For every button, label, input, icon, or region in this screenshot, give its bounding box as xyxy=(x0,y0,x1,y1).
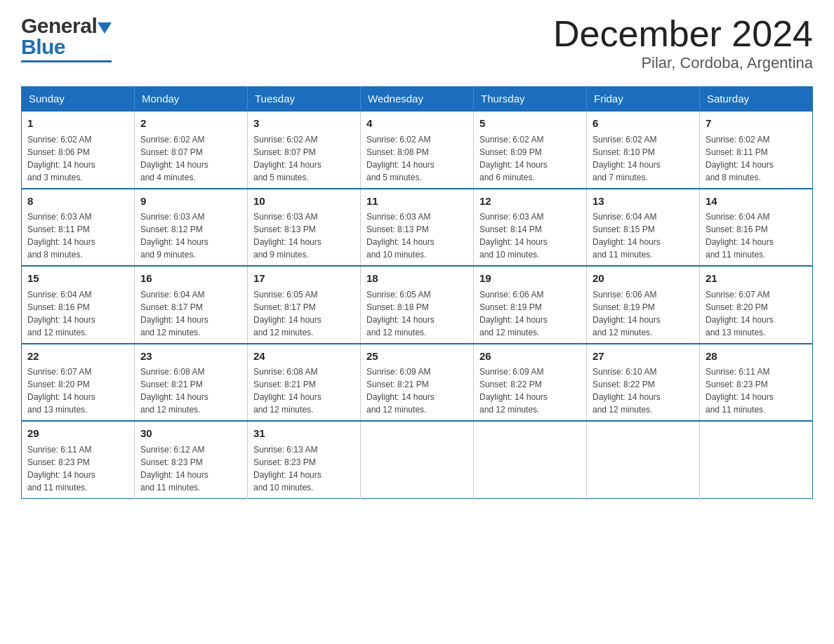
day-number: 19 xyxy=(479,271,581,287)
day-number: 24 xyxy=(253,349,355,365)
day-number: 23 xyxy=(140,349,241,365)
column-header-thursday: Thursday xyxy=(474,87,587,112)
calendar-cell: 23Sunrise: 6:08 AMSunset: 8:21 PMDayligh… xyxy=(135,344,248,422)
day-number: 29 xyxy=(27,426,128,442)
calendar-cell: 18Sunrise: 6:05 AMSunset: 8:18 PMDayligh… xyxy=(361,266,474,344)
calendar-cell: 15Sunrise: 6:04 AMSunset: 8:16 PMDayligh… xyxy=(22,266,135,344)
calendar-cell: 27Sunrise: 6:10 AMSunset: 8:22 PMDayligh… xyxy=(587,344,700,422)
calendar-week-row: 15Sunrise: 6:04 AMSunset: 8:16 PMDayligh… xyxy=(22,266,813,344)
day-number: 18 xyxy=(366,271,468,287)
calendar-cell: 4Sunrise: 6:02 AMSunset: 8:08 PMDaylight… xyxy=(361,111,474,189)
day-info: Sunrise: 6:03 AMSunset: 8:13 PMDaylight:… xyxy=(366,210,468,261)
day-number: 5 xyxy=(479,116,581,132)
day-number: 7 xyxy=(706,116,807,132)
calendar-table: SundayMondayTuesdayWednesdayThursdayFrid… xyxy=(21,86,813,499)
day-info: Sunrise: 6:05 AMSunset: 8:17 PMDaylight:… xyxy=(253,288,355,339)
day-number: 22 xyxy=(27,349,128,365)
day-number: 31 xyxy=(253,426,355,442)
calendar-title-block: December 2024 Pilar, Cordoba, Argentina xyxy=(553,14,813,72)
calendar-cell: 17Sunrise: 6:05 AMSunset: 8:17 PMDayligh… xyxy=(248,266,361,344)
calendar-cell: 12Sunrise: 6:03 AMSunset: 8:14 PMDayligh… xyxy=(474,189,587,267)
day-info: Sunrise: 6:04 AMSunset: 8:16 PMDaylight:… xyxy=(706,210,807,261)
day-number: 6 xyxy=(593,116,694,132)
calendar-cell: 6Sunrise: 6:02 AMSunset: 8:10 PMDaylight… xyxy=(587,111,700,189)
day-number: 11 xyxy=(366,194,468,210)
day-info: Sunrise: 6:06 AMSunset: 8:19 PMDaylight:… xyxy=(593,288,694,339)
calendar-week-row: 8Sunrise: 6:03 AMSunset: 8:11 PMDaylight… xyxy=(22,189,813,267)
day-info: Sunrise: 6:02 AMSunset: 8:08 PMDaylight:… xyxy=(366,133,468,184)
day-number: 12 xyxy=(479,194,581,210)
calendar-cell: 20Sunrise: 6:06 AMSunset: 8:19 PMDayligh… xyxy=(587,266,700,344)
day-info: Sunrise: 6:02 AMSunset: 8:07 PMDaylight:… xyxy=(140,133,241,184)
day-number: 8 xyxy=(27,194,128,210)
logo-blue-text: Blue xyxy=(21,35,65,59)
day-info: Sunrise: 6:04 AMSunset: 8:17 PMDaylight:… xyxy=(140,288,241,339)
day-info: Sunrise: 6:09 AMSunset: 8:21 PMDaylight:… xyxy=(366,365,468,416)
calendar-cell: 11Sunrise: 6:03 AMSunset: 8:13 PMDayligh… xyxy=(361,189,474,267)
calendar-cell: 10Sunrise: 6:03 AMSunset: 8:13 PMDayligh… xyxy=(248,189,361,267)
day-info: Sunrise: 6:04 AMSunset: 8:15 PMDaylight:… xyxy=(593,210,694,261)
calendar-cell: 31Sunrise: 6:13 AMSunset: 8:23 PMDayligh… xyxy=(248,421,361,498)
logo: General Blue xyxy=(21,14,112,62)
day-number: 30 xyxy=(140,426,241,442)
day-number: 25 xyxy=(366,349,468,365)
day-number: 16 xyxy=(140,271,241,287)
day-info: Sunrise: 6:03 AMSunset: 8:13 PMDaylight:… xyxy=(253,210,355,261)
day-number: 2 xyxy=(140,116,241,132)
calendar-cell xyxy=(361,421,474,498)
calendar-cell: 19Sunrise: 6:06 AMSunset: 8:19 PMDayligh… xyxy=(474,266,587,344)
calendar-cell: 22Sunrise: 6:07 AMSunset: 8:20 PMDayligh… xyxy=(22,344,135,422)
day-number: 27 xyxy=(593,349,694,365)
day-info: Sunrise: 6:02 AMSunset: 8:10 PMDaylight:… xyxy=(593,133,694,184)
day-info: Sunrise: 6:09 AMSunset: 8:22 PMDaylight:… xyxy=(479,365,581,416)
day-number: 13 xyxy=(593,194,694,210)
day-number: 1 xyxy=(27,116,128,132)
day-number: 9 xyxy=(140,194,241,210)
day-number: 28 xyxy=(706,349,807,365)
logo-general-text: General xyxy=(21,14,97,38)
column-header-sunday: Sunday xyxy=(22,87,135,112)
calendar-cell: 28Sunrise: 6:11 AMSunset: 8:23 PMDayligh… xyxy=(700,344,813,422)
day-info: Sunrise: 6:03 AMSunset: 8:14 PMDaylight:… xyxy=(479,210,581,261)
day-info: Sunrise: 6:07 AMSunset: 8:20 PMDaylight:… xyxy=(706,288,807,339)
calendar-cell xyxy=(474,421,587,498)
calendar-header-row: SundayMondayTuesdayWednesdayThursdayFrid… xyxy=(22,87,813,112)
day-number: 14 xyxy=(706,194,807,210)
calendar-cell: 25Sunrise: 6:09 AMSunset: 8:21 PMDayligh… xyxy=(361,344,474,422)
day-info: Sunrise: 6:06 AMSunset: 8:19 PMDaylight:… xyxy=(479,288,581,339)
calendar-cell: 30Sunrise: 6:12 AMSunset: 8:23 PMDayligh… xyxy=(135,421,248,498)
calendar-cell: 29Sunrise: 6:11 AMSunset: 8:23 PMDayligh… xyxy=(22,421,135,498)
day-info: Sunrise: 6:08 AMSunset: 8:21 PMDaylight:… xyxy=(253,365,355,416)
page-header: General Blue December 2024 Pilar, Cordob… xyxy=(21,14,813,72)
logo-triangle-icon xyxy=(98,22,112,34)
calendar-cell: 14Sunrise: 6:04 AMSunset: 8:16 PMDayligh… xyxy=(700,189,813,267)
column-header-friday: Friday xyxy=(587,87,700,112)
day-info: Sunrise: 6:03 AMSunset: 8:12 PMDaylight:… xyxy=(140,210,241,261)
calendar-cell: 21Sunrise: 6:07 AMSunset: 8:20 PMDayligh… xyxy=(700,266,813,344)
calendar-week-row: 1Sunrise: 6:02 AMSunset: 8:06 PMDaylight… xyxy=(22,111,813,189)
day-info: Sunrise: 6:04 AMSunset: 8:16 PMDaylight:… xyxy=(27,288,128,339)
calendar-week-row: 22Sunrise: 6:07 AMSunset: 8:20 PMDayligh… xyxy=(22,344,813,422)
column-header-saturday: Saturday xyxy=(700,87,813,112)
day-info: Sunrise: 6:12 AMSunset: 8:23 PMDaylight:… xyxy=(140,443,241,494)
day-number: 20 xyxy=(593,271,694,287)
day-number: 26 xyxy=(479,349,581,365)
calendar-cell xyxy=(700,421,813,498)
calendar-cell: 1Sunrise: 6:02 AMSunset: 8:06 PMDaylight… xyxy=(22,111,135,189)
column-header-wednesday: Wednesday xyxy=(361,87,474,112)
logo-underline xyxy=(21,60,112,62)
day-info: Sunrise: 6:02 AMSunset: 8:06 PMDaylight:… xyxy=(27,133,128,184)
calendar-cell: 2Sunrise: 6:02 AMSunset: 8:07 PMDaylight… xyxy=(135,111,248,189)
calendar-cell: 5Sunrise: 6:02 AMSunset: 8:09 PMDaylight… xyxy=(474,111,587,189)
month-year-title: December 2024 xyxy=(553,14,813,54)
day-number: 21 xyxy=(706,271,807,287)
calendar-cell: 13Sunrise: 6:04 AMSunset: 8:15 PMDayligh… xyxy=(587,189,700,267)
calendar-cell: 9Sunrise: 6:03 AMSunset: 8:12 PMDaylight… xyxy=(135,189,248,267)
calendar-cell: 7Sunrise: 6:02 AMSunset: 8:11 PMDaylight… xyxy=(700,111,813,189)
day-number: 17 xyxy=(253,271,355,287)
column-header-monday: Monday xyxy=(135,87,248,112)
day-number: 15 xyxy=(27,271,128,287)
calendar-cell: 26Sunrise: 6:09 AMSunset: 8:22 PMDayligh… xyxy=(474,344,587,422)
day-info: Sunrise: 6:11 AMSunset: 8:23 PMDaylight:… xyxy=(706,365,807,416)
day-info: Sunrise: 6:03 AMSunset: 8:11 PMDaylight:… xyxy=(27,210,128,261)
